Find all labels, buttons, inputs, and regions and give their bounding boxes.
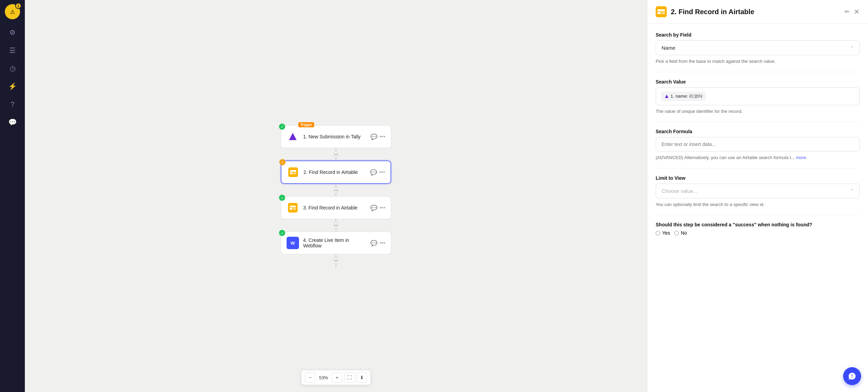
zoom-in-button[interactable]: + [332,372,342,383]
comment-icon-3[interactable]: 💬 [370,205,377,211]
radio-no-input[interactable] [674,231,679,235]
search-by-field-value: Name [662,45,675,51]
comment-icon-2[interactable]: 💬 [370,169,377,176]
trigger-badge: Trigger [298,122,314,127]
node-4-title: 4. Create Live Item in Webflow [303,237,366,248]
workflow-node-4[interactable]: ✓ W 4. Create Live Item in Webflow 💬 ••• [281,232,391,254]
node-4-content: 4. Create Live Item in Webflow [303,237,366,248]
history-icon[interactable]: ◷ [5,61,20,76]
panel-body: Search by Field Name ⌃ Pick a field from… [647,24,868,244]
svg-rect-12 [662,12,665,14]
search-formula-label: Search Formula [656,129,860,134]
search-value-input[interactable]: 1. name: 리코타 [656,87,860,105]
panel-header: 2. Find Record in Airtable ✏ ✕ [647,0,868,24]
search-formula-hint: (ADVANCED) Alternatively, you can use an… [656,154,860,161]
comment-icon-1[interactable]: 💬 [370,134,377,140]
search-by-field-chevron: ⌃ [850,45,854,51]
connector-3-4: + [336,219,336,232]
radio-no[interactable]: No [674,230,687,236]
more-icon-4[interactable]: ••• [379,240,385,246]
add-step-2[interactable]: + [334,186,338,194]
search-value-label: Search Value [656,79,860,85]
svg-rect-3 [290,173,293,174]
status-check-4: ✓ [279,230,285,236]
status-check-1: ✓ [279,124,285,130]
alert-badge: 1 [15,3,21,9]
node-1-content: 1. New Submission in Tally [303,134,366,139]
bolt-icon[interactable]: ⚡ [5,79,20,94]
menu-icon[interactable]: ☰ [5,43,20,58]
help-icon[interactable]: ? [5,97,20,112]
limit-to-view-select[interactable]: Choose value... ⌃ [656,184,860,198]
alert-button[interactable]: ⚠ 1 [5,4,20,19]
divider-1 [656,72,860,72]
workflow-node-1[interactable]: Trigger ✓ 1. New Submission in Tally 💬 •… [281,125,391,148]
search-by-field-label: Search by Field [656,32,860,38]
radio-yes-input[interactable] [656,231,660,235]
airtable-icon-3 [287,202,299,214]
add-step-1[interactable]: + [334,150,338,158]
panel-title: 2. Find Record in Airtable [671,8,840,16]
divider-2 [656,121,860,122]
svg-rect-1 [288,167,298,177]
workflow-node-2[interactable]: ⚠ 2. Find Record in Airtable 💬 ••• [281,160,391,184]
chat-icon[interactable]: 💬 [5,115,20,130]
search-formula-more-link[interactable]: more [796,154,807,161]
search-value-hint: The value of unique identifier for the r… [656,108,860,115]
svg-marker-13 [665,95,668,98]
airtable-icon-2 [287,166,299,178]
sidebar: ⚠ 1 ⚙ ☰ ◷ ⚡ ? 💬 [0,0,25,392]
connector-1-2: + [336,148,336,160]
more-icon-2[interactable]: ••• [379,169,385,175]
comment-icon-4[interactable]: 💬 [370,240,377,246]
search-formula-hint-text: (ADVANCED) Alternatively, you can use an… [656,154,795,161]
search-formula-input[interactable] [656,137,860,151]
svg-rect-4 [293,173,296,174]
download-button[interactable]: ⬇ [357,372,367,383]
chat-fab-button[interactable] [843,367,861,385]
svg-rect-2 [290,170,296,172]
node-3-title: 3. Find Record in Airtable [303,205,366,210]
svg-rect-10 [657,9,665,11]
workflow-canvas: Trigger ✓ 1. New Submission in Tally 💬 •… [25,0,647,392]
svg-rect-5 [288,203,298,213]
limit-to-view-group: Limit to View Choose value... ⌃ You can … [656,175,860,208]
search-value-group: Search Value 1. name: 리코타 The value of u… [656,79,860,115]
tally-icon-1 [287,130,299,143]
more-icon-1[interactable]: ••• [379,134,385,140]
tally-chip-icon [665,94,669,98]
radio-no-label: No [681,230,687,236]
success-condition-group: Should this step be considered a "succes… [656,222,860,236]
more-icon-3[interactable]: ••• [379,205,385,211]
zoom-out-button[interactable]: − [305,372,315,383]
tally-chip-text: 1. name: 리코타 [671,93,703,99]
search-formula-group: Search Formula (ADVANCED) Alternatively,… [656,129,860,161]
node-2-actions: 💬 ••• [370,169,385,176]
settings-icon[interactable]: ⚙ [5,25,20,40]
search-by-field-group: Search by Field Name ⌃ Pick a field from… [656,32,860,65]
panel-close-button[interactable]: ✕ [854,8,860,16]
limit-to-view-hint: You can optionally limit the search to a… [656,201,860,208]
node-2-content: 2. Find Record in Airtable [303,169,366,175]
divider-4 [656,215,860,215]
add-step-4[interactable]: + [334,257,338,264]
webflow-icon-4: W [287,237,299,249]
svg-rect-9 [656,6,667,17]
svg-rect-7 [290,208,292,210]
svg-rect-8 [293,208,296,210]
node-3-actions: 💬 ••• [370,205,385,211]
workflow-node-3[interactable]: ✓ 3. Find Record in Airtable 💬 ••• [281,196,391,219]
fit-screen-button[interactable]: ⛶ [344,372,355,383]
connector-4-end: + [336,254,336,267]
search-by-field-select[interactable]: Name ⌃ [656,40,860,55]
status-check-3: ✓ [279,195,285,201]
success-condition-radios: Yes No [656,230,860,236]
tally-chip: 1. name: 리코타 [662,92,706,101]
node-2-title: 2. Find Record in Airtable [303,169,366,175]
limit-to-view-chevron: ⌃ [850,188,854,194]
node-1-actions: 💬 ••• [370,134,385,140]
panel-edit-icon[interactable]: ✏ [845,8,850,16]
node-4-actions: 💬 ••• [370,240,385,246]
add-step-3[interactable]: + [334,222,338,229]
radio-yes[interactable]: Yes [656,230,670,236]
